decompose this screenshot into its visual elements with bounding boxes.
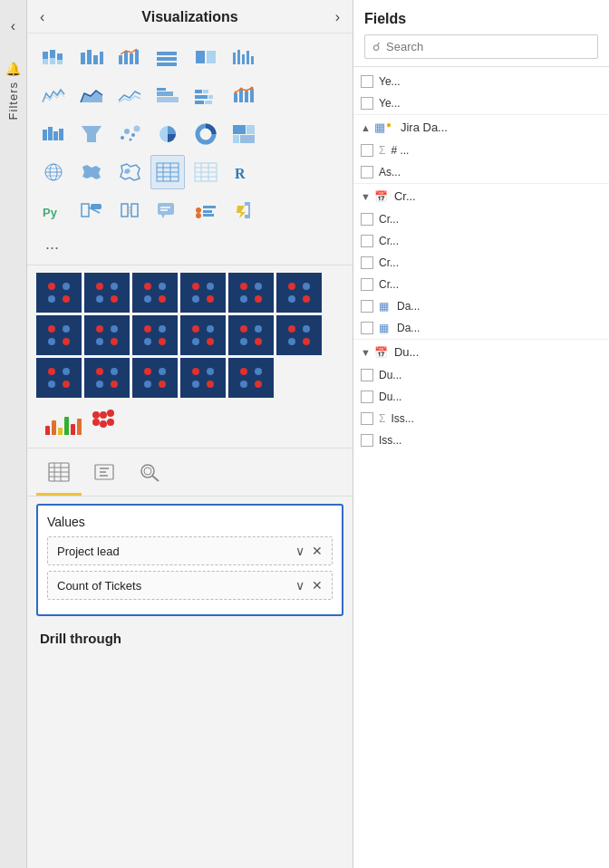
custom-icon-8[interactable] <box>84 315 130 355</box>
viz-icon-small-bar[interactable] <box>227 41 261 75</box>
viz-icon-combo[interactable] <box>227 79 261 113</box>
field-row-ye2[interactable]: Ye... <box>353 92 609 114</box>
viz-icon-infographic[interactable] <box>188 193 223 227</box>
search-box[interactable]: ☌ <box>364 34 598 59</box>
field-row-as[interactable]: As... <box>353 161 609 183</box>
viz-icon-line-bar[interactable] <box>112 41 147 75</box>
count-tickets-expand[interactable]: ∨ <box>295 578 304 593</box>
jira-section-header[interactable]: ▲ ▦ ● Jira Da... <box>353 114 609 140</box>
viz-icon-stacked-bar[interactable] <box>36 41 71 75</box>
count-tickets-field[interactable]: Count of Tickets ∨ ✕ <box>47 571 333 600</box>
viz-icon-scatter[interactable] <box>112 117 147 151</box>
custom-icon-12[interactable] <box>276 315 322 355</box>
field-checkbox-iss2[interactable] <box>361 434 373 447</box>
du-collapse-arrow[interactable]: ▼ <box>361 347 371 358</box>
tab-format[interactable] <box>82 456 127 496</box>
project-lead-expand[interactable]: ∨ <box>295 544 304 558</box>
field-row-hash[interactable]: Σ # ... <box>353 140 609 161</box>
field-checkbox-ye1[interactable] <box>361 75 373 88</box>
field-checkbox-du2[interactable] <box>361 391 373 403</box>
viz-icon-ai[interactable] <box>112 193 147 227</box>
viz-icon-matrix[interactable] <box>188 155 223 189</box>
viz-icon-power[interactable] <box>227 193 261 227</box>
viz-icon-stacked-line[interactable] <box>150 79 185 113</box>
viz-icon-python[interactable]: Py <box>36 193 71 227</box>
viz-icon-r2[interactable] <box>74 193 109 227</box>
field-checkbox-as[interactable] <box>361 166 373 178</box>
viz-icon-column[interactable] <box>150 41 185 75</box>
custom-icon-9[interactable] <box>132 315 178 355</box>
field-row-ye1[interactable]: Ye... <box>353 71 609 92</box>
field-checkbox-ye2[interactable] <box>361 97 373 110</box>
viz-icon-table[interactable] <box>150 155 185 189</box>
filter-chevron[interactable]: ‹ <box>11 18 15 34</box>
viz-icon-filled-map[interactable] <box>74 155 109 189</box>
field-row-cr1[interactable]: Cr... <box>353 208 609 230</box>
viz-icon-line[interactable] <box>112 79 147 113</box>
viz-icon-funnel[interactable] <box>74 117 109 151</box>
viz-icon-bar[interactable] <box>74 41 109 75</box>
custom-icon-13[interactable] <box>36 358 82 398</box>
tab-analytics[interactable] <box>127 456 172 496</box>
custom-icon-4[interactable] <box>180 273 226 313</box>
field-checkbox-da2[interactable] <box>361 322 373 334</box>
custom-icon-14[interactable] <box>84 358 130 398</box>
custom-icon-6[interactable] <box>276 273 322 313</box>
svg-rect-6 <box>81 53 85 64</box>
field-row-da1[interactable]: ▦ Da... <box>353 295 609 317</box>
small-bar-chart-icon[interactable] <box>45 404 82 435</box>
custom-icon-16[interactable] <box>180 358 226 398</box>
viz-icon-area[interactable] <box>188 41 223 75</box>
field-checkbox-iss1[interactable] <box>361 412 373 425</box>
viz-icon-map[interactable] <box>36 155 71 189</box>
viz-icon-area2[interactable] <box>74 79 109 113</box>
project-lead-field[interactable]: Project lead ∨ ✕ <box>47 536 333 565</box>
viz-nav-prev[interactable]: ‹ <box>40 9 44 25</box>
cr-section-header[interactable]: ▼ 📅 Cr... <box>353 183 609 208</box>
cr-collapse-arrow[interactable]: ▼ <box>361 191 371 202</box>
field-checkbox-cr4[interactable] <box>361 278 373 291</box>
custom-icon-11[interactable] <box>228 315 274 355</box>
custom-icon-5[interactable] <box>228 273 274 313</box>
field-row-cr4[interactable]: Cr... <box>353 274 609 295</box>
field-checkbox-cr1[interactable] <box>361 213 373 226</box>
du-section-header[interactable]: ▼ 📅 Du... <box>353 339 609 364</box>
field-row-du2[interactable]: Du... <box>353 386 609 408</box>
project-lead-remove[interactable]: ✕ <box>312 544 323 558</box>
viz-icon-ribbon[interactable] <box>36 79 71 113</box>
field-checkbox-cr3[interactable] <box>361 256 373 269</box>
viz-icon-bar3[interactable] <box>36 117 71 151</box>
viz-icon-shape-map[interactable] <box>112 155 147 189</box>
field-row-cr2[interactable]: Cr... <box>353 230 609 252</box>
svg-point-48 <box>124 129 130 134</box>
custom-icon-1[interactable] <box>36 273 82 313</box>
count-tickets-remove[interactable]: ✕ <box>312 578 323 593</box>
viz-icon-pie[interactable] <box>150 117 185 151</box>
custom-icon-10[interactable] <box>180 315 226 355</box>
svg-rect-8 <box>93 55 98 64</box>
viz-icon-donut[interactable] <box>188 117 223 151</box>
field-checkbox-da1[interactable] <box>361 300 373 313</box>
search-input[interactable] <box>386 40 590 53</box>
custom-icon-15[interactable] <box>132 358 178 398</box>
field-row-cr3[interactable]: Cr... <box>353 252 609 274</box>
field-checkbox-cr2[interactable] <box>361 235 373 247</box>
field-checkbox-hash[interactable] <box>361 144 373 157</box>
field-row-iss2[interactable]: Iss... <box>353 429 609 451</box>
field-checkbox-du1[interactable] <box>361 369 373 381</box>
viz-icon-bar2[interactable] <box>188 79 223 113</box>
custom-icon-7[interactable] <box>36 315 82 355</box>
viz-icon-R[interactable]: R <box>227 155 261 189</box>
custom-icon-2[interactable] <box>84 273 130 313</box>
custom-icon-3[interactable] <box>132 273 178 313</box>
tab-fields[interactable] <box>36 456 82 496</box>
small-scatter-icon[interactable] <box>89 404 121 433</box>
viz-icon-chat[interactable] <box>150 193 185 227</box>
jira-collapse-arrow[interactable]: ▲ <box>361 122 371 133</box>
field-row-iss1[interactable]: Σ Iss... <box>353 408 609 429</box>
viz-icon-treemap[interactable] <box>227 117 261 151</box>
field-row-du1[interactable]: Du... <box>353 364 609 386</box>
viz-nav-next[interactable]: › <box>335 9 340 25</box>
field-row-da2[interactable]: ▦ Da... <box>353 317 609 339</box>
custom-icon-17[interactable] <box>228 358 274 398</box>
